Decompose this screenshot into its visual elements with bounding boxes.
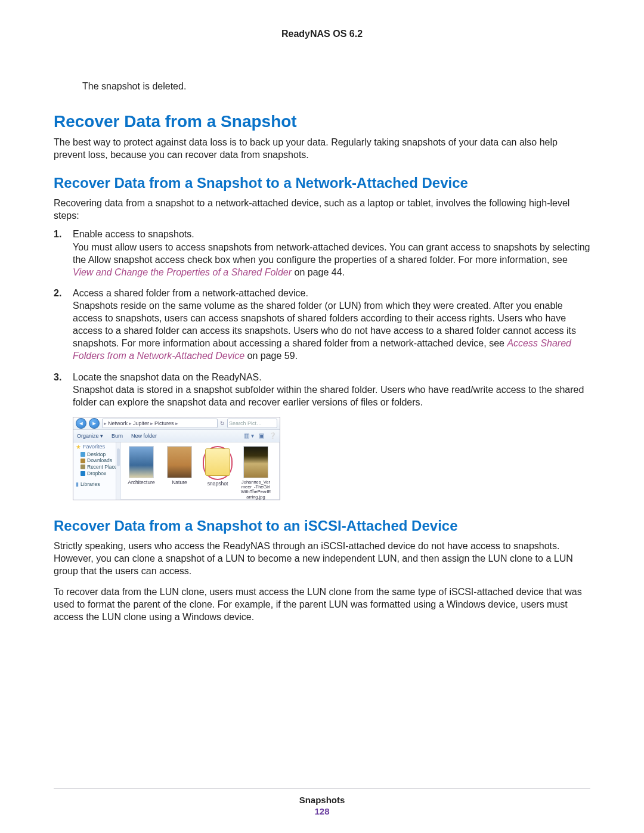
page-footer: Snapshots 128 xyxy=(54,788,590,816)
folder-nature: Nature xyxy=(164,446,195,485)
section2-intro: Recovering data from a snapshot to a net… xyxy=(54,197,590,222)
item-label: Nature xyxy=(164,480,195,485)
explorer-sidebar: ★ Favorites Desktop Downloads Recent Pla… xyxy=(73,442,121,500)
explorer-toolbar: Organize ▾ Burn New folder ▥ ▾ ▣ ❔ xyxy=(73,430,280,442)
step-2-tail: on page 59. xyxy=(244,351,298,361)
opening-line: The snapshot is deleted. xyxy=(82,81,590,92)
step-2-lead: Access a shared folder from a network-at… xyxy=(73,288,308,298)
chevron-icon: ▸ xyxy=(150,420,153,426)
star-icon: ★ xyxy=(76,444,81,450)
help-icon: ❔ xyxy=(269,432,276,439)
toolbar-newfolder: New folder xyxy=(131,433,157,439)
sidebar-label: Recent Places xyxy=(87,464,120,470)
downloads-icon xyxy=(80,459,85,463)
sidebar-item-dropbox: Dropbox xyxy=(76,470,120,477)
page-header-product: ReadyNAS OS 6.2 xyxy=(54,29,590,39)
sidebar-label: Desktop xyxy=(87,451,106,458)
view-icon: ▥ ▾ xyxy=(244,432,254,439)
folder-snapshot: snapshot xyxy=(202,446,233,487)
highlight-ring-icon xyxy=(203,446,233,480)
folder-architecture: Architecture xyxy=(126,446,157,485)
sidebar-label: Dropbox xyxy=(87,470,106,477)
preview-icon: ▣ xyxy=(259,432,264,439)
heading-recover-iscsi: Recover Data from a Snapshot to an iSCSI… xyxy=(54,517,590,535)
libraries-icon: ▮ xyxy=(76,481,79,487)
page: ReadyNAS OS 6.2 The snapshot is deleted.… xyxy=(0,0,644,833)
section3-p1: Strictly speaking, users who access the … xyxy=(54,540,590,577)
file-painting: Johannes_Vermeer_-TheGirlWithThePearlEar… xyxy=(240,446,271,500)
address-path: ▸ Network ▸ Jupiter ▸ Pictures ▸ xyxy=(102,419,218,428)
heading-recover-network: Recover Data from a Snapshot to a Networ… xyxy=(54,174,590,192)
step-3-body: Snapshot data is stored in a snapshot su… xyxy=(73,385,584,407)
explorer-screenshot: ◄ ► ▸ Network ▸ Jupiter ▸ Pictures ▸ ↻ S… xyxy=(73,417,280,500)
back-button-icon: ◄ xyxy=(76,418,86,429)
recent-icon xyxy=(80,465,85,469)
sidebar-label: Downloads xyxy=(87,457,112,464)
footer-section-name: Snapshots xyxy=(54,795,590,805)
step-3: Locate the snapshot data on the ReadyNAS… xyxy=(54,371,590,408)
step-2: Access a shared folder from a network-at… xyxy=(54,287,590,363)
favorites-label: Favorites xyxy=(83,444,105,450)
footer-page-number: 128 xyxy=(54,806,590,816)
step-1-tail: on page 44. xyxy=(292,267,345,277)
libraries-label: Libraries xyxy=(80,481,100,487)
desktop-icon xyxy=(80,452,85,457)
toolbar-burn: Burn xyxy=(112,433,123,439)
chevron-icon: ▸ xyxy=(104,420,107,426)
step-1: Enable access to snapshots. You must all… xyxy=(54,228,590,278)
forward-button-icon: ► xyxy=(89,418,100,429)
sidebar-item-recent: Recent Places xyxy=(76,464,120,470)
steps-list: Enable access to snapshots. You must all… xyxy=(54,228,590,408)
chevron-icon: ▸ xyxy=(129,420,132,426)
sidebar-libraries: ▮Libraries xyxy=(76,481,120,487)
item-label: Johannes_Vermeer_-TheGirlWithThePearlEar… xyxy=(240,480,271,500)
heading-recover-data: Recover Data from a Snapshot xyxy=(54,112,590,131)
favorites-heading: ★ Favorites xyxy=(76,444,120,450)
toolbar-organize: Organize ▾ xyxy=(77,433,103,439)
sidebar-item-desktop: Desktop xyxy=(76,451,120,458)
section3-p2: To recover data from the LUN clone, user… xyxy=(54,586,590,623)
sidebar-scrollbar xyxy=(116,442,120,500)
path-seg-0: Network xyxy=(108,420,128,426)
path-seg-2: Pictures xyxy=(154,420,174,426)
refresh-icon: ↻ xyxy=(220,420,225,426)
dropbox-icon xyxy=(80,471,85,476)
section1-intro: The best way to protect against data los… xyxy=(54,136,590,161)
step-1-lead: Enable access to snapshots. xyxy=(73,229,194,239)
path-seg-1: Jupiter xyxy=(133,420,149,426)
image-file-icon xyxy=(243,446,268,478)
item-label: snapshot xyxy=(202,481,233,487)
step-1-link[interactable]: View and Change the Properties of a Shar… xyxy=(73,267,292,277)
explorer-contents: Architecture Nature snapshot Johannes_Ve… xyxy=(121,442,280,500)
sidebar-item-downloads: Downloads xyxy=(76,457,120,464)
step-3-lead: Locate the snapshot data on the ReadyNAS… xyxy=(73,372,262,382)
folder-icon xyxy=(129,446,154,478)
search-input: Search Pict… xyxy=(227,419,277,428)
step-1-body: You must allow users to access snapshots… xyxy=(73,242,590,265)
chevron-icon: ▸ xyxy=(175,420,178,426)
folder-icon xyxy=(205,448,230,476)
item-label: Architecture xyxy=(126,480,157,485)
explorer-addressbar: ◄ ► ▸ Network ▸ Jupiter ▸ Pictures ▸ ↻ S… xyxy=(73,417,280,430)
folder-icon xyxy=(167,446,192,478)
step-2-body: Snapshots reside on the same volume as t… xyxy=(73,301,576,348)
